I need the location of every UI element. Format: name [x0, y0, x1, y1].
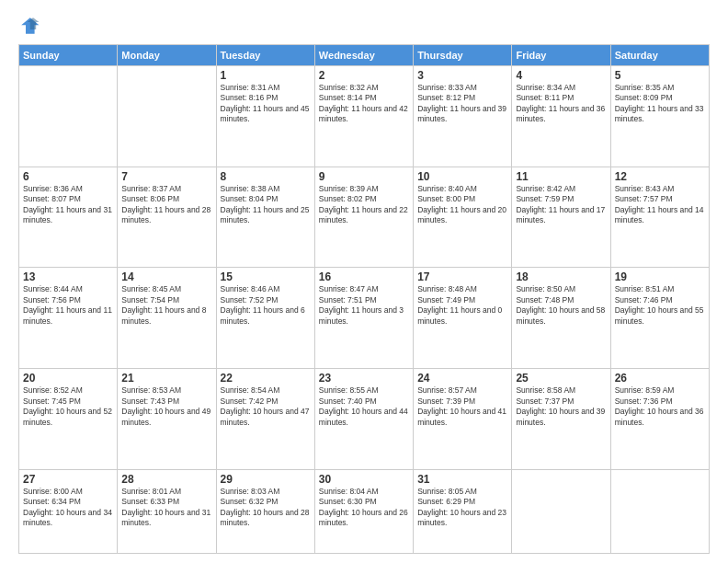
calendar-cell: 11Sunrise: 8:42 AM Sunset: 7:59 PM Dayli… [512, 167, 610, 268]
day-number: 20 [23, 372, 113, 385]
weekday-row: SundayMondayTuesdayWednesdayThursdayFrid… [19, 45, 710, 66]
day-number: 16 [319, 270, 409, 283]
calendar-cell: 4Sunrise: 8:34 AM Sunset: 8:11 PM Daylig… [512, 66, 610, 167]
day-number: 25 [516, 372, 606, 385]
day-number: 9 [319, 170, 409, 183]
day-number: 2 [319, 69, 409, 82]
day-number: 11 [516, 170, 606, 183]
calendar-cell: 2Sunrise: 8:32 AM Sunset: 8:14 PM Daylig… [314, 66, 413, 167]
calendar-cell: 29Sunrise: 8:03 AM Sunset: 6:32 PM Dayli… [216, 469, 314, 553]
day-number: 6 [23, 170, 113, 183]
day-info: Sunrise: 8:45 AM Sunset: 7:54 PM Dayligh… [121, 284, 211, 327]
calendar-cell: 13Sunrise: 8:44 AM Sunset: 7:56 PM Dayli… [19, 268, 118, 369]
calendar-cell: 8Sunrise: 8:38 AM Sunset: 8:04 PM Daylig… [216, 167, 314, 268]
day-number: 14 [121, 270, 211, 283]
day-number: 4 [516, 69, 606, 82]
weekday-header-friday: Friday [512, 45, 610, 66]
calendar-cell: 31Sunrise: 8:05 AM Sunset: 6:29 PM Dayli… [414, 469, 512, 553]
page: SundayMondayTuesdayWednesdayThursdayFrid… [0, 0, 728, 563]
day-info: Sunrise: 8:54 AM Sunset: 7:42 PM Dayligh… [221, 385, 311, 428]
week-row-3: 13Sunrise: 8:44 AM Sunset: 7:56 PM Dayli… [19, 268, 710, 369]
calendar-cell: 17Sunrise: 8:48 AM Sunset: 7:49 PM Dayli… [414, 268, 512, 369]
day-info: Sunrise: 8:46 AM Sunset: 7:52 PM Dayligh… [221, 284, 311, 327]
day-info: Sunrise: 8:52 AM Sunset: 7:45 PM Dayligh… [23, 385, 113, 428]
day-number: 13 [23, 270, 113, 283]
calendar-cell: 10Sunrise: 8:40 AM Sunset: 8:00 PM Dayli… [414, 167, 512, 268]
calendar: SundayMondayTuesdayWednesdayThursdayFrid… [18, 44, 710, 554]
day-info: Sunrise: 8:33 AM Sunset: 8:12 PM Dayligh… [417, 83, 507, 125]
calendar-cell: 26Sunrise: 8:59 AM Sunset: 7:36 PM Dayli… [610, 369, 709, 470]
calendar-cell: 1Sunrise: 8:31 AM Sunset: 8:16 PM Daylig… [216, 66, 314, 167]
day-info: Sunrise: 8:51 AM Sunset: 7:46 PM Dayligh… [615, 284, 705, 327]
weekday-header-sunday: Sunday [19, 45, 118, 66]
week-row-4: 20Sunrise: 8:52 AM Sunset: 7:45 PM Dayli… [19, 369, 710, 470]
calendar-body: 1Sunrise: 8:31 AM Sunset: 8:16 PM Daylig… [19, 66, 710, 554]
calendar-cell: 21Sunrise: 8:53 AM Sunset: 7:43 PM Dayli… [118, 369, 216, 470]
day-info: Sunrise: 8:34 AM Sunset: 8:11 PM Dayligh… [516, 83, 606, 125]
day-info: Sunrise: 8:36 AM Sunset: 8:07 PM Dayligh… [23, 184, 113, 226]
day-info: Sunrise: 8:40 AM Sunset: 8:00 PM Dayligh… [417, 184, 507, 226]
day-info: Sunrise: 8:48 AM Sunset: 7:49 PM Dayligh… [417, 284, 507, 327]
day-info: Sunrise: 8:39 AM Sunset: 8:02 PM Dayligh… [319, 184, 409, 226]
calendar-cell: 14Sunrise: 8:45 AM Sunset: 7:54 PM Dayli… [118, 268, 216, 369]
calendar-cell: 20Sunrise: 8:52 AM Sunset: 7:45 PM Dayli… [19, 369, 118, 470]
day-info: Sunrise: 8:05 AM Sunset: 6:29 PM Dayligh… [417, 487, 507, 529]
day-number: 18 [516, 270, 606, 283]
day-number: 5 [615, 69, 705, 82]
calendar-cell: 30Sunrise: 8:04 AM Sunset: 6:30 PM Dayli… [314, 469, 413, 553]
calendar-cell: 27Sunrise: 8:00 AM Sunset: 6:34 PM Dayli… [19, 469, 118, 553]
calendar-cell: 28Sunrise: 8:01 AM Sunset: 6:33 PM Dayli… [118, 469, 216, 553]
calendar-cell [512, 469, 610, 553]
day-info: Sunrise: 8:35 AM Sunset: 8:09 PM Dayligh… [615, 83, 705, 125]
day-info: Sunrise: 8:38 AM Sunset: 8:04 PM Dayligh… [221, 184, 311, 226]
day-number: 28 [121, 473, 211, 486]
day-number: 27 [23, 473, 113, 486]
calendar-cell: 6Sunrise: 8:36 AM Sunset: 8:07 PM Daylig… [19, 167, 118, 268]
day-info: Sunrise: 8:53 AM Sunset: 7:43 PM Dayligh… [121, 385, 211, 428]
day-info: Sunrise: 8:01 AM Sunset: 6:33 PM Dayligh… [121, 487, 211, 529]
logo-icon [18, 15, 40, 37]
day-number: 15 [221, 270, 311, 283]
logo [18, 15, 44, 37]
calendar-cell [19, 66, 118, 167]
calendar-cell: 25Sunrise: 8:58 AM Sunset: 7:37 PM Dayli… [512, 369, 610, 470]
calendar-cell: 24Sunrise: 8:57 AM Sunset: 7:39 PM Dayli… [414, 369, 512, 470]
day-info: Sunrise: 8:43 AM Sunset: 7:57 PM Dayligh… [615, 184, 705, 226]
day-number: 29 [221, 473, 311, 486]
day-number: 24 [417, 372, 507, 385]
weekday-header-thursday: Thursday [414, 45, 512, 66]
weekday-header-tuesday: Tuesday [216, 45, 314, 66]
calendar-cell: 16Sunrise: 8:47 AM Sunset: 7:51 PM Dayli… [314, 268, 413, 369]
day-number: 7 [121, 170, 211, 183]
day-info: Sunrise: 8:42 AM Sunset: 7:59 PM Dayligh… [516, 184, 606, 226]
calendar-cell: 22Sunrise: 8:54 AM Sunset: 7:42 PM Dayli… [216, 369, 314, 470]
calendar-cell: 18Sunrise: 8:50 AM Sunset: 7:48 PM Dayli… [512, 268, 610, 369]
weekday-header-wednesday: Wednesday [314, 45, 413, 66]
day-number: 22 [221, 372, 311, 385]
calendar-cell: 19Sunrise: 8:51 AM Sunset: 7:46 PM Dayli… [610, 268, 709, 369]
day-number: 30 [319, 473, 409, 486]
day-info: Sunrise: 8:44 AM Sunset: 7:56 PM Dayligh… [23, 284, 113, 327]
day-number: 8 [221, 170, 311, 183]
day-number: 31 [417, 473, 507, 486]
day-info: Sunrise: 8:50 AM Sunset: 7:48 PM Dayligh… [516, 284, 606, 327]
calendar-cell: 7Sunrise: 8:37 AM Sunset: 8:06 PM Daylig… [118, 167, 216, 268]
calendar-cell: 23Sunrise: 8:55 AM Sunset: 7:40 PM Dayli… [314, 369, 413, 470]
weekday-header-monday: Monday [118, 45, 216, 66]
day-number: 23 [319, 372, 409, 385]
day-number: 19 [615, 270, 705, 283]
day-number: 1 [221, 69, 311, 82]
week-row-5: 27Sunrise: 8:00 AM Sunset: 6:34 PM Dayli… [19, 469, 710, 553]
day-info: Sunrise: 8:04 AM Sunset: 6:30 PM Dayligh… [319, 487, 409, 529]
day-info: Sunrise: 8:59 AM Sunset: 7:36 PM Dayligh… [615, 385, 705, 428]
day-info: Sunrise: 8:55 AM Sunset: 7:40 PM Dayligh… [319, 385, 409, 428]
day-number: 21 [121, 372, 211, 385]
day-number: 17 [417, 270, 507, 283]
day-info: Sunrise: 8:47 AM Sunset: 7:51 PM Dayligh… [319, 284, 409, 327]
day-number: 12 [615, 170, 705, 183]
day-info: Sunrise: 8:03 AM Sunset: 6:32 PM Dayligh… [221, 487, 311, 529]
calendar-cell: 9Sunrise: 8:39 AM Sunset: 8:02 PM Daylig… [314, 167, 413, 268]
day-info: Sunrise: 8:00 AM Sunset: 6:34 PM Dayligh… [23, 487, 113, 529]
day-info: Sunrise: 8:57 AM Sunset: 7:39 PM Dayligh… [417, 385, 507, 428]
day-info: Sunrise: 8:58 AM Sunset: 7:37 PM Dayligh… [516, 385, 606, 428]
